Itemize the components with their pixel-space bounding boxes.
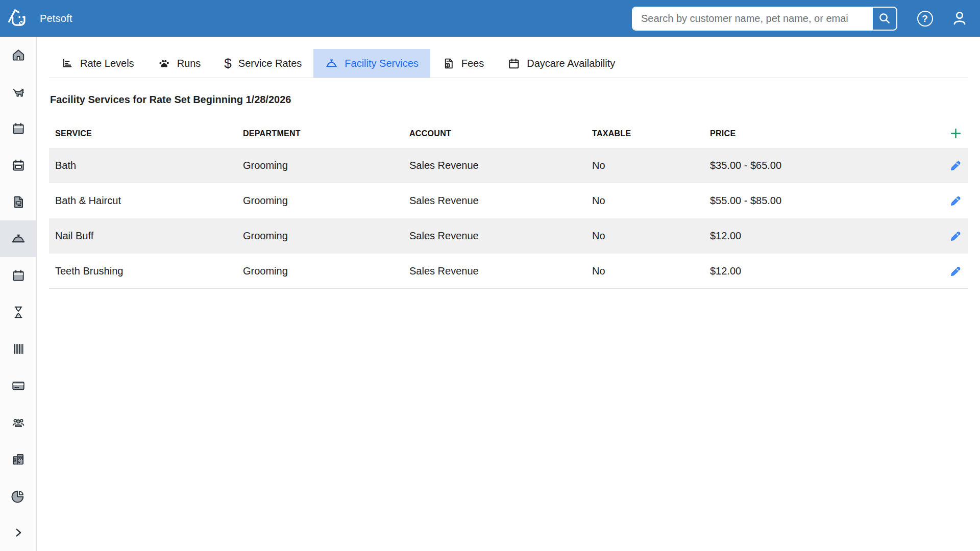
barcode-icon <box>11 341 26 357</box>
pencil-icon <box>949 159 962 172</box>
sidebar-item-calendar[interactable] <box>0 110 36 147</box>
plus-icon <box>949 127 963 140</box>
tab-label: Runs <box>177 58 201 69</box>
tab-bar: Rate Levels Runs $ Service Rates F <box>49 49 968 78</box>
search-button[interactable] <box>873 8 896 30</box>
document-icon <box>11 194 26 210</box>
app-title: Petsoft <box>40 13 72 24</box>
pencil-icon <box>949 265 962 278</box>
sidebar-item-payments[interactable] <box>0 367 36 404</box>
cell-account: Sales Revenue <box>403 230 586 242</box>
sidebar-item-customers[interactable] <box>0 404 36 441</box>
page-title: Facility Services for Rate Set Beginning… <box>50 94 968 106</box>
calendar-card-icon <box>11 158 26 173</box>
service-bell-icon <box>325 57 338 70</box>
add-service-button[interactable] <box>947 124 965 142</box>
buildings-icon <box>11 452 26 467</box>
cell-department: Grooming <box>237 230 403 242</box>
sidebar-item-documents[interactable] <box>0 184 36 220</box>
tab-label: Daycare Availability <box>527 58 615 69</box>
cell-department: Grooming <box>237 160 403 171</box>
people-icon <box>11 415 26 430</box>
cell-account: Sales Revenue <box>403 265 586 277</box>
receipt-icon: $ <box>442 57 455 70</box>
dollar-glyph: $ <box>447 63 449 67</box>
dog-logo-icon <box>5 5 32 32</box>
account-button[interactable] <box>948 7 971 30</box>
tab-facility-services[interactable]: Facility Services <box>313 49 430 78</box>
edit-service-button[interactable] <box>947 192 964 209</box>
cell-price: $35.00 - $65.00 <box>704 160 943 171</box>
tab-label: Rate Levels <box>80 58 134 69</box>
cell-service: Teeth Brushing <box>49 265 237 277</box>
user-icon <box>950 9 969 28</box>
sidebar-item-reports[interactable] <box>0 478 36 514</box>
col-header-account: ACCOUNT <box>403 129 586 138</box>
search-input[interactable] <box>633 8 873 30</box>
service-bell-icon <box>11 231 26 246</box>
edit-service-button[interactable] <box>947 157 964 174</box>
calendar-icon <box>11 268 26 283</box>
cell-service: Bath & Haircut <box>49 195 237 207</box>
tab-service-rates[interactable]: $ Service Rates <box>212 49 313 78</box>
cell-price: $55.00 - $85.00 <box>704 195 943 207</box>
table-row: Bath Grooming Sales Revenue No $35.00 - … <box>49 148 968 183</box>
bar-chart-icon <box>61 57 74 70</box>
cell-taxable: No <box>586 160 704 171</box>
table-row: Nail Buff Grooming Sales Revenue No $12.… <box>49 218 968 254</box>
cell-price: $12.00 <box>704 230 943 242</box>
table-body: Bath Grooming Sales Revenue No $35.00 - … <box>49 148 968 289</box>
sidebar-item-facilities[interactable] <box>0 441 36 478</box>
tab-rate-levels[interactable]: Rate Levels <box>49 49 146 78</box>
cell-account: Sales Revenue <box>403 160 586 171</box>
sidebar-item-calendar-alt[interactable] <box>0 257 36 294</box>
hourglass-icon <box>11 305 26 320</box>
tab-runs[interactable]: Runs <box>146 49 213 78</box>
calendar-icon <box>11 121 26 136</box>
cell-service: Bath <box>49 160 237 171</box>
search-icon <box>878 12 891 25</box>
calendar-icon <box>507 57 520 70</box>
table-row: Bath & Haircut Grooming Sales Revenue No… <box>49 183 968 218</box>
sidebar-item-barcode[interactable] <box>0 331 36 367</box>
tab-fees[interactable]: $ Fees <box>430 49 496 78</box>
col-header-taxable: TAXABLE <box>586 129 704 138</box>
cell-taxable: No <box>586 230 704 242</box>
cell-department: Grooming <box>237 195 403 207</box>
sidebar-item-expand[interactable] <box>0 514 36 551</box>
sidebar-item-facility-services[interactable] <box>0 220 36 257</box>
tab-label: Fees <box>461 58 484 69</box>
pie-chart-icon <box>11 488 26 504</box>
topbar: Petsoft ? <box>0 0 980 37</box>
help-icon: ? <box>917 11 933 27</box>
facility-services-table: SERVICE DEPARTMENT ACCOUNT TAXABLE PRICE… <box>49 119 968 289</box>
pencil-icon <box>949 230 962 242</box>
cell-price: $12.00 <box>704 265 943 277</box>
col-header-price: PRICE <box>704 129 943 138</box>
tab-label: Facility Services <box>345 58 418 69</box>
edit-service-button[interactable] <box>947 228 964 244</box>
col-header-service: SERVICE <box>49 129 237 138</box>
paw-icon <box>158 57 170 70</box>
tab-daycare-availability[interactable]: Daycare Availability <box>496 49 627 78</box>
sidebar-item-home[interactable] <box>0 37 36 73</box>
edit-service-button[interactable] <box>947 263 964 280</box>
sidebar-item-pets[interactable] <box>0 73 36 110</box>
dog-icon <box>11 84 26 99</box>
cell-account: Sales Revenue <box>403 195 586 207</box>
cell-department: Grooming <box>237 265 403 277</box>
chevron-right-icon <box>11 525 26 540</box>
petsoft-logo <box>4 4 33 33</box>
sidebar-item-bookings[interactable] <box>0 147 36 184</box>
help-button[interactable]: ? <box>915 8 935 29</box>
cell-service: Nail Buff <box>49 230 237 242</box>
tab-label: Service Rates <box>238 58 302 69</box>
search-group <box>632 7 897 31</box>
cell-taxable: No <box>586 265 704 277</box>
main-content: Rate Levels Runs $ Service Rates F <box>37 37 980 551</box>
table-header-row: SERVICE DEPARTMENT ACCOUNT TAXABLE PRICE <box>49 119 968 148</box>
credit-card-icon <box>11 378 26 393</box>
help-glyph: ? <box>922 14 928 23</box>
table-row: Teeth Brushing Grooming Sales Revenue No… <box>49 254 968 289</box>
sidebar-item-waitlist[interactable] <box>0 294 36 331</box>
